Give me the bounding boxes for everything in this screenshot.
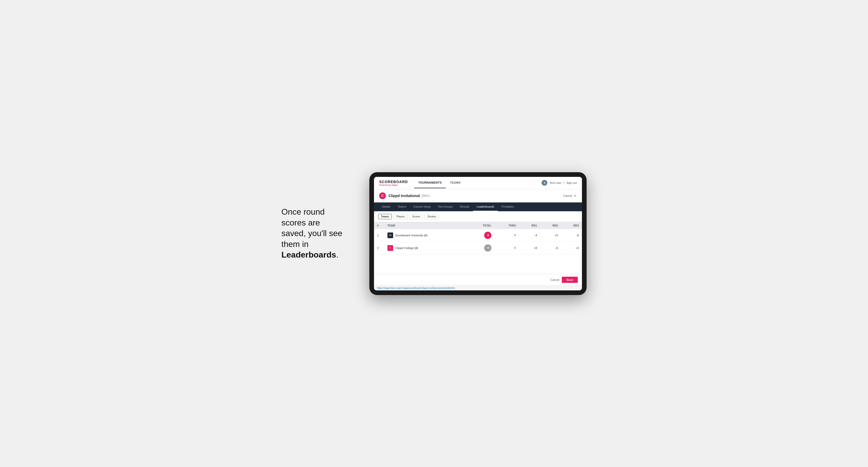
rank-cell: 1 (374, 229, 384, 242)
brand-tagline: Powered by clippd (379, 184, 408, 186)
tab-leaderboards[interactable]: Leaderboards (473, 203, 498, 211)
rd2-cell: +5 (540, 229, 561, 242)
tablet-screen: SCOREBOARD Powered by clippd TOURNAMENTS… (374, 177, 582, 290)
thru-cell: F (495, 229, 519, 242)
leaderboard-content: # TEAM TOTAL THRU RD1 RD2 RD3 1 (374, 222, 582, 274)
col-thru: THRU (495, 222, 519, 229)
col-rd3: RD3 (561, 222, 582, 229)
rd3-cell: +3 (561, 242, 582, 254)
filter-teams[interactable]: Teams (378, 214, 392, 219)
score-badge: -5 (484, 232, 491, 239)
filter-bar: Teams Players Scores Strokes (374, 211, 582, 222)
tab-details[interactable]: Details (378, 203, 394, 211)
user-name: Test User (549, 181, 561, 184)
rd1-cell: +8 (519, 242, 540, 254)
rd1-cell: -4 (519, 229, 540, 242)
team-name: Scoreboard University [A] (395, 234, 428, 237)
col-rd1: RD1 (519, 222, 540, 229)
col-rd2: RD2 (540, 222, 561, 229)
filter-scores[interactable]: Scores (409, 214, 423, 219)
filter-strokes[interactable]: Strokes (425, 214, 439, 219)
filter-players[interactable]: Players (393, 214, 408, 219)
team-cell: SU Scoreboard University [A] (384, 229, 468, 242)
top-navigation: SCOREBOARD Powered by clippd TOURNAMENTS… (374, 177, 582, 189)
tab-results[interactable]: Results (456, 203, 473, 211)
separator: | (564, 181, 564, 184)
thru-cell: F (495, 242, 519, 254)
col-total: TOTAL (468, 222, 495, 229)
team-name: Clippd College [A] (395, 246, 418, 250)
tab-teams[interactable]: Teams (394, 203, 410, 211)
tournament-header: C Clippd Invitational (Men) Cancel ✕ (374, 189, 582, 203)
avatar: S (541, 180, 547, 186)
team-logo: SU (388, 232, 393, 238)
cancel-button[interactable]: Cancel (550, 278, 559, 281)
score-badge: +3 (484, 244, 491, 252)
modal-footer: Cancel Save (374, 274, 582, 285)
col-rank: # (374, 222, 384, 229)
nav-teams[interactable]: TEAMS (446, 177, 465, 188)
sub-tabs: Details Teams Course Setup Tee Groups Re… (374, 203, 582, 211)
left-description: Once round scores are saved, you'll see … (281, 207, 354, 260)
tournament-subtitle: (Men) (421, 194, 429, 197)
nav-user-section: S Test User | Sign out (541, 180, 577, 186)
table-row: 1 SU Scoreboard University [A] -5 (374, 229, 582, 242)
rd2-cell: -8 (540, 242, 561, 254)
nav-links: TOURNAMENTS TEAMS (414, 177, 541, 188)
save-button[interactable]: Save (562, 277, 578, 283)
col-team: TEAM (384, 222, 468, 229)
tournament-title: Clippd Invitational (389, 194, 420, 198)
table-header-row: # TEAM TOTAL THRU RD1 RD2 RD3 (374, 222, 582, 229)
close-icon: ✕ (574, 194, 577, 198)
leaderboard-table: # TEAM TOTAL THRU RD1 RD2 RD3 1 (374, 222, 582, 254)
brand-name: SCOREBOARD (379, 180, 408, 184)
team-logo: C (388, 245, 393, 251)
url-bar: https://stage-blue-coach.stagesscoreboar… (374, 285, 582, 290)
tablet-frame: SCOREBOARD Powered by clippd TOURNAMENTS… (369, 172, 587, 295)
total-cell: -5 (468, 229, 495, 242)
team-cell: C Clippd College [A] (384, 242, 468, 254)
cancel-x-button[interactable]: Cancel ✕ (563, 194, 577, 198)
nav-tournaments[interactable]: TOURNAMENTS (414, 177, 446, 188)
tournament-icon: C (379, 192, 386, 199)
brand-logo: SCOREBOARD Powered by clippd (379, 180, 408, 186)
rd3-cell: -6 (561, 229, 582, 242)
tab-tee-groups[interactable]: Tee Groups (434, 203, 456, 211)
tab-printables[interactable]: Printables (498, 203, 518, 211)
table-row: 2 C Clippd College [A] +3 (374, 242, 582, 254)
rank-cell: 2 (374, 242, 384, 254)
total-cell: +3 (468, 242, 495, 254)
tab-course-setup[interactable]: Course Setup (410, 203, 434, 211)
sign-out-link[interactable]: Sign out (566, 181, 577, 184)
